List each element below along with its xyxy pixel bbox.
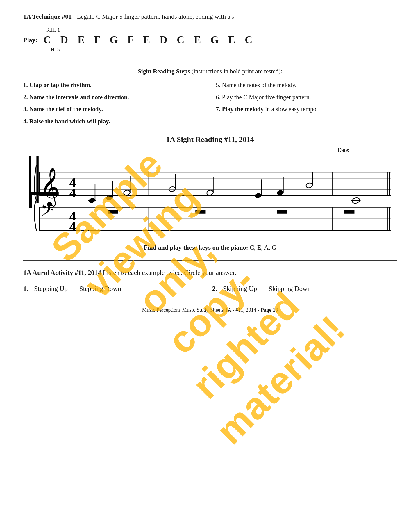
step-2: 2. Name the intervals and note direction…	[23, 92, 204, 102]
play-section: Play: R.H. 1 C D E F G F E D C E G E C L…	[23, 27, 397, 53]
svg-text:4: 4	[69, 219, 76, 234]
question-1-option-2: Stepping Down	[79, 285, 121, 293]
svg-text:4: 4	[69, 185, 76, 200]
question-1-option-1: Stepping Up	[34, 285, 68, 293]
aural-title-text: Listen to each example twice. Circle you…	[101, 269, 236, 276]
music-staff-container: 𝄁 ⌐ 𝄞	[23, 156, 397, 238]
question-2-option-2: Skipping Down	[269, 285, 311, 293]
aural-activity-title: 1A Aural Activity #11, 2014 Listen to ea…	[23, 268, 397, 278]
footer-text: Music Perceptions Music Study Sheets 1A …	[142, 307, 261, 313]
svg-point-38	[168, 186, 176, 192]
question-1-options: Stepping Up Stepping Down	[34, 285, 121, 293]
steps-grid: 1. Clap or tap the rhythm. 5. Name the n…	[23, 80, 397, 126]
play-label: Play:	[23, 36, 37, 44]
step-empty	[216, 117, 397, 127]
sight-reading-steps: Sight Reading Steps (instructions in bol…	[23, 68, 397, 126]
aural-title-bold: 1A Aural Activity #11, 2014	[23, 269, 101, 276]
sight-reading-exercise: 1A Sight Reading #11, 2014 Date:________…	[23, 135, 397, 238]
section-divider-thick	[23, 260, 397, 261]
svg-point-43	[254, 192, 262, 198]
svg-point-40	[206, 189, 214, 195]
svg-rect-42	[195, 210, 205, 213]
music-staff-svg: 𝄁 ⌐ 𝄞	[23, 156, 397, 238]
step-7-bold: 7. Play the melody	[216, 106, 264, 113]
step-3: 3. Name the clef of the melody.	[23, 104, 204, 114]
question-2-option-1: Skipping Up	[223, 285, 257, 293]
find-keys-bold: Find and play these keys on the piano:	[144, 244, 248, 251]
step-5: 5. Name the notes of the melody.	[216, 80, 397, 90]
steps-title-bold: Sight Reading Steps	[138, 68, 190, 75]
technique-section: 1A Technique #01 - Legato C Major 5 fing…	[23, 12, 397, 21]
step-1-bold: 1. Clap or tap the rhythm.	[23, 81, 92, 88]
aural-questions: 1. Stepping Up Stepping Down 2. Skipping…	[23, 285, 397, 293]
step-1: 1. Clap or tap the rhythm.	[23, 80, 204, 90]
find-keys-text: C, E, A, G	[248, 244, 276, 251]
step-6: 6. Play the C Major five finger pattern.	[216, 92, 397, 102]
svg-rect-52	[344, 210, 354, 213]
svg-point-35	[123, 189, 131, 195]
sight-reading-steps-title: Sight Reading Steps (instructions in bol…	[23, 68, 397, 75]
exercise-title: 1A Sight Reading #11, 2014	[23, 135, 397, 144]
svg-point-45	[276, 189, 284, 195]
play-notes-container: R.H. 1 C D E F G F E D C E G E C L.H. 5	[43, 27, 256, 53]
rh-label: R.H. 1	[46, 27, 256, 33]
step-4: 4. Raise the hand which will play.	[23, 117, 204, 127]
question-1-num: 1.	[23, 285, 28, 293]
footer: Music Perceptions Music Study Sheets 1A …	[23, 304, 397, 313]
aural-question-1: 1. Stepping Up Stepping Down	[23, 285, 208, 293]
lh-label: L.H. 5	[46, 47, 256, 53]
play-notes: C D E F G F E D C E G E C	[43, 34, 256, 46]
svg-rect-49	[277, 210, 287, 213]
step-4-bold: 4. Raise the hand which will play.	[23, 118, 110, 125]
aural-activity: 1A Aural Activity #11, 2014 Listen to ea…	[23, 268, 397, 293]
svg-rect-37	[108, 210, 118, 213]
aural-question-2: 2. Skipping Up Skipping Down	[212, 285, 397, 293]
question-2-options: Skipping Up Skipping Down	[223, 285, 311, 293]
section-divider	[23, 60, 397, 60]
svg-text:𝄢: 𝄢	[41, 200, 54, 223]
technique-title: 1A Technique #01 - Legato C Major 5 fing…	[23, 12, 397, 21]
question-2-num: 2.	[212, 285, 217, 293]
technique-title-text: Legato C Major 5 finger pattern, hands a…	[75, 13, 232, 20]
footer-bold: Page 13	[261, 307, 278, 313]
find-keys: Find and play these keys on the piano: C…	[23, 244, 397, 251]
steps-title-text: (instructions in bold print are tested):	[190, 68, 282, 75]
svg-point-47	[305, 182, 313, 188]
step-7: 7. Play the melody in a slow easy tempo.	[216, 104, 397, 114]
step-2-bold: 2. Name the intervals and note direction…	[23, 94, 129, 101]
technique-title-bold: 1A Technique #01 -	[23, 13, 75, 20]
step-3-bold: 3. Name the clef of the melody.	[23, 106, 103, 113]
date-line: Date:_______________	[23, 147, 397, 153]
